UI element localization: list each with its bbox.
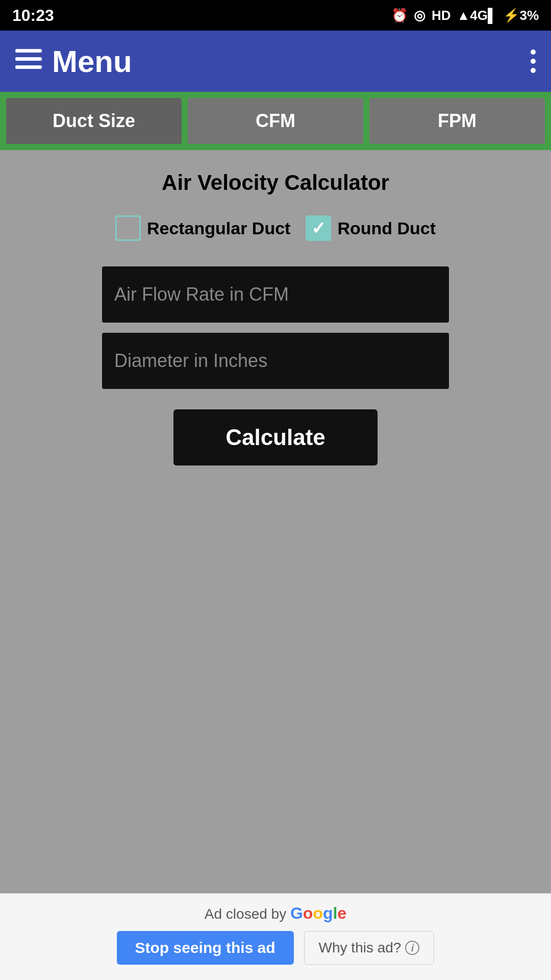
ad-banner: Ad closed by Google Stop seeing this ad … <box>0 893 551 980</box>
alarm-icon: ⏰ <box>391 8 408 23</box>
more-options-icon[interactable] <box>531 50 536 73</box>
rectangular-duct-label: Rectangular Duct <box>147 218 291 238</box>
status-icons: ⏰ ◎ HD ▲4G▌ ⚡3% <box>391 8 539 23</box>
status-time: 10:23 <box>12 6 54 25</box>
round-duct-label: Round Duct <box>337 218 436 238</box>
rectangular-duct-checkbox[interactable] <box>115 215 141 241</box>
tab-cfm[interactable]: CFM <box>188 98 363 144</box>
hd-icon: HD <box>432 8 451 23</box>
signal-icon: ▲4G▌ <box>457 8 497 23</box>
location-icon: ◎ <box>414 8 425 23</box>
info-icon: i <box>405 941 419 955</box>
calculate-button[interactable]: Calculate <box>173 409 378 465</box>
stop-seeing-ad-button[interactable]: Stop seeing this ad <box>117 931 294 965</box>
round-duct-checkbox[interactable]: ✓ <box>306 215 331 241</box>
app-title: Menu <box>52 44 531 79</box>
google-logo: Google <box>290 904 346 922</box>
svg-rect-0 <box>15 49 42 53</box>
tab-duct-size[interactable]: Duct Size <box>6 98 182 144</box>
check-mark: ✓ <box>311 218 325 238</box>
menu-icon[interactable] <box>15 49 42 74</box>
ad-closed-text: Ad closed by Google <box>205 904 346 923</box>
svg-rect-2 <box>15 65 42 69</box>
why-ad-label: Why this ad? <box>319 940 402 956</box>
battery-icon: ⚡3% <box>503 8 539 23</box>
tab-bar: Duct Size CFM FPM <box>0 92 551 150</box>
svg-rect-1 <box>15 57 42 61</box>
air-flow-rate-input[interactable] <box>102 266 449 323</box>
diameter-input[interactable] <box>102 333 449 389</box>
rectangular-duct-group: Rectangular Duct <box>115 215 291 241</box>
why-this-ad-button[interactable]: Why this ad? i <box>304 931 435 965</box>
main-content: Air Velocity Calculator Rectangular Duct… <box>0 150 551 486</box>
section-title: Air Velocity Calculator <box>15 170 536 195</box>
round-duct-group: ✓ Round Duct <box>306 215 436 241</box>
header: Menu <box>0 31 551 92</box>
duct-type-selector: Rectangular Duct ✓ Round Duct <box>15 215 536 241</box>
tab-fpm[interactable]: FPM <box>369 98 545 144</box>
ad-action-buttons: Stop seeing this ad Why this ad? i <box>117 931 435 965</box>
status-bar: 10:23 ⏰ ◎ HD ▲4G▌ ⚡3% <box>0 0 551 31</box>
